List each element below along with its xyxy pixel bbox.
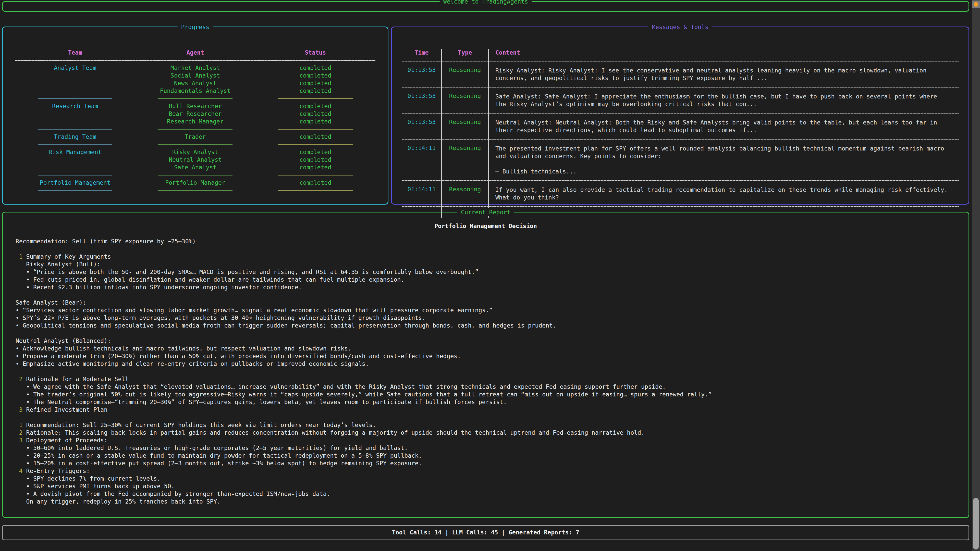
app-title: Welcome to TradingAgents bbox=[440, 0, 531, 6]
report-line: 1 Summary of Key Arguments bbox=[3, 253, 969, 260]
agent-separator-line bbox=[158, 175, 232, 176]
bullet-marker: • bbox=[16, 353, 23, 359]
message-time: 01:14:11 bbox=[402, 184, 441, 203]
progress-row: Bear Researchercompleted bbox=[15, 110, 375, 118]
progress-row: Neutral Analystcompleted bbox=[15, 156, 375, 164]
agent-cell: Portfolio Manager bbox=[135, 179, 256, 186]
agent-separator-line bbox=[158, 190, 232, 191]
message-row: 01:13:53ReasoningRisky Analyst: Risky An… bbox=[402, 65, 959, 83]
progress-header-row: TeamAgentStatus bbox=[15, 49, 375, 56]
status-cell: completed bbox=[255, 65, 375, 71]
report-line: • Geopolitical tensions and speculative … bbox=[3, 322, 969, 329]
status-cell: completed bbox=[255, 87, 375, 94]
report-line: 3 Deployment of Proceeds: bbox=[3, 437, 969, 444]
progress-table: TeamAgentStatusAnalyst TeamMarket Analys… bbox=[15, 49, 375, 194]
bullet-marker: • bbox=[26, 491, 33, 497]
messages-header-row: TimeTypeContent bbox=[402, 49, 959, 57]
message-row: 01:14:11ReasoningIf you want, I can also… bbox=[402, 184, 959, 203]
agent-cell: Market Analyst bbox=[135, 65, 256, 71]
progress-group-separator bbox=[15, 95, 375, 102]
team-cell: Risk Management bbox=[15, 149, 135, 156]
report-line: Safe Analyst (Bear): bbox=[3, 299, 969, 306]
progress-row: News Analystcompleted bbox=[15, 79, 375, 87]
report-line: • 15–20% in a cost-effective put spread … bbox=[3, 459, 969, 467]
report-line: • Propose a moderate trim (20–30%) rathe… bbox=[3, 352, 969, 360]
progress-column-header: Status bbox=[255, 49, 375, 56]
team-cell: Trading Team bbox=[15, 133, 135, 140]
message-row: 01:13:53ReasoningSafe Analyst: Safe Anal… bbox=[402, 91, 959, 110]
agent-cell: Neutral Analyst bbox=[135, 156, 256, 163]
report-line: • SPY declines 7% from current levels. bbox=[3, 475, 969, 483]
progress-row: Portfolio ManagementPortfolio Managercom… bbox=[15, 179, 375, 186]
progress-row: Fundamentals Analystcompleted bbox=[15, 87, 375, 95]
bullet-marker: • bbox=[26, 445, 33, 451]
progress-group-separator bbox=[15, 125, 375, 133]
message-content: Risky Analyst: Risky Analyst: I see the … bbox=[488, 65, 959, 83]
report-line: Recommendation: Sell (trim SPY exposure … bbox=[3, 238, 969, 245]
terminal-screen: Welcome to TradingAgents Progress TeamAg… bbox=[0, 0, 980, 551]
report-line: 4 Re-Entry Triggers: bbox=[3, 467, 969, 475]
messages-row-separator bbox=[402, 177, 959, 184]
report-line: • 20–25% in cash or a stable-value fund … bbox=[3, 452, 969, 459]
messages-row-separator bbox=[402, 135, 959, 143]
message-type: Reasoning bbox=[441, 184, 488, 203]
report-line: • We agree with the Safe Analyst that “e… bbox=[3, 383, 969, 391]
message-time: 01:13:53 bbox=[402, 65, 441, 83]
progress-row: Trading TeamTradercompleted bbox=[15, 133, 375, 141]
progress-panel: Progress TeamAgentStatusAnalyst TeamMark… bbox=[2, 27, 388, 205]
status-separator-line bbox=[278, 129, 353, 130]
messages-row-separator bbox=[402, 83, 959, 91]
message-type: Reasoning bbox=[441, 117, 488, 135]
agent-cell: Fundamentals Analyst bbox=[135, 87, 256, 94]
status-separator-line bbox=[278, 98, 353, 99]
agent-separator-line bbox=[158, 144, 232, 145]
status-cell: completed bbox=[255, 179, 375, 186]
bullet-marker: • bbox=[16, 314, 23, 321]
status-cell: completed bbox=[255, 164, 375, 171]
report-line: Neutral Analyst (Balanced): bbox=[3, 337, 969, 345]
progress-group-separator bbox=[15, 141, 375, 148]
messages-panel: Messages & Tools TimeTypeContent01:13:53… bbox=[391, 27, 969, 205]
agent-cell: Bear Researcher bbox=[135, 110, 256, 117]
list-number: 2 bbox=[19, 429, 26, 436]
status-cell: completed bbox=[255, 72, 375, 79]
report-line: • Acknowledge bullish technicals and mac… bbox=[3, 345, 969, 352]
scrollbar-top-button[interactable] bbox=[972, 0, 980, 8]
message-content: The presented investment plan for SPY of… bbox=[488, 143, 959, 177]
report-line bbox=[3, 291, 969, 299]
report-line: • Fed cuts priced in, global disinflatio… bbox=[3, 276, 969, 283]
status-cell: completed bbox=[255, 110, 375, 117]
team-separator-line bbox=[38, 129, 112, 130]
agent-separator-line bbox=[158, 129, 232, 130]
messages-column-header: Time bbox=[402, 49, 441, 57]
bullet-marker: • bbox=[16, 360, 23, 367]
status-cell: completed bbox=[255, 149, 375, 156]
list-number: 3 bbox=[19, 407, 26, 413]
welcome-panel: Welcome to TradingAgents bbox=[2, 1, 969, 12]
status-cell: completed bbox=[255, 118, 375, 125]
report-body: Recommendation: Sell (trim SPY exposure … bbox=[3, 238, 969, 505]
bullet-marker: • bbox=[26, 452, 33, 459]
scrollbar[interactable] bbox=[972, 0, 980, 551]
report-line: 2 Rationale: This scaling back locks in … bbox=[3, 429, 969, 437]
message-time: 01:13:53 bbox=[402, 91, 441, 110]
report-line: • “Services sector contraction and slowi… bbox=[3, 306, 969, 314]
message-type: Reasoning bbox=[441, 91, 488, 110]
list-number: 1 bbox=[19, 422, 26, 428]
report-line: • SPY’s 22× P/E is above long-term avera… bbox=[3, 314, 969, 322]
status-separator-line bbox=[278, 175, 353, 176]
bullet-marker: • bbox=[26, 460, 33, 467]
agent-separator-line bbox=[158, 98, 232, 99]
agent-cell: News Analyst bbox=[135, 80, 256, 86]
team-separator-line bbox=[38, 190, 112, 191]
report-line: • Recent $2.3 billion inflows into SPY u… bbox=[3, 283, 969, 291]
agent-cell: Safe Analyst bbox=[135, 164, 256, 171]
status-separator-line bbox=[278, 190, 353, 191]
scrollbar-thumb[interactable] bbox=[973, 498, 979, 549]
progress-header-separator bbox=[15, 60, 375, 61]
list-number: 1 bbox=[19, 253, 26, 260]
message-type: Reasoning bbox=[441, 65, 488, 83]
bullet-marker: • bbox=[26, 475, 33, 482]
team-separator-line bbox=[38, 98, 112, 99]
progress-row: Research Managercompleted bbox=[15, 118, 375, 125]
